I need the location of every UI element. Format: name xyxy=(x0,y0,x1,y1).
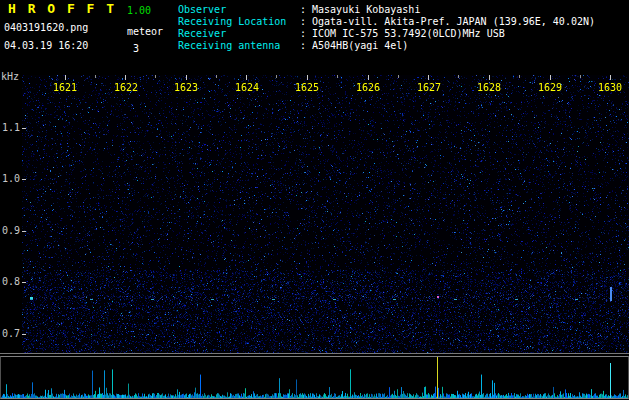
freq-tick-label: 1.0 xyxy=(2,173,20,185)
time-tick-label: 1630 xyxy=(598,82,622,94)
app-version: 1.00 xyxy=(127,5,151,17)
info-row-antenna: Receiving antenna:A504HB(yagi 4el) xyxy=(178,40,408,52)
spectrogram-canvas xyxy=(22,75,629,353)
info-separator: : xyxy=(300,40,306,52)
time-tick-label: 1629 xyxy=(538,82,562,94)
info-row-observer: Observer:Masayuki Kobayashi xyxy=(178,4,420,16)
meteor-count: 3 xyxy=(133,43,139,55)
info-row-receiver: Receiver:ICOM IC-575 53.7492(0LCD)MHz US… xyxy=(178,28,505,40)
freq-tick-label: 0.9 xyxy=(2,225,20,237)
info-value: Masayuki Kobayashi xyxy=(312,4,420,16)
output-filename: 0403191620.png xyxy=(4,22,88,34)
info-value: ICOM IC-575 53.7492(0LCD)MHz USB xyxy=(312,28,505,40)
info-label: Receiving Location xyxy=(178,16,300,28)
info-row-location: Receiving Location:Ogata-vill. Akita-Pre… xyxy=(178,16,595,28)
info-separator: : xyxy=(300,16,306,28)
time-tick-label: 1621 xyxy=(53,82,77,94)
freq-tick-label: 0.8 xyxy=(2,276,20,288)
time-tick-label: 1626 xyxy=(356,82,380,94)
datetime-label: 04.03.19 16:20 xyxy=(4,40,88,52)
info-separator: : xyxy=(300,28,306,40)
info-value: A504HB(yagi 4el) xyxy=(312,40,408,52)
time-tick-label: 1622 xyxy=(114,82,138,94)
time-tick-label: 1628 xyxy=(477,82,501,94)
hrofft-window: H R O F F T 1.00 0403191620.png meteor 0… xyxy=(0,0,629,400)
info-label: Observer xyxy=(178,4,300,16)
freq-axis-unit: kHz xyxy=(1,71,19,83)
info-label: Receiving antenna xyxy=(178,40,300,52)
time-tick-label: 1623 xyxy=(174,82,198,94)
info-value: Ogata-vill. Akita-Pref. JAPAN (139.96E, … xyxy=(312,16,595,28)
app-title: H R O F F T xyxy=(8,3,116,15)
spectrogram-bottom-axis xyxy=(0,353,629,354)
info-separator: : xyxy=(300,4,306,16)
time-tick-label: 1627 xyxy=(417,82,441,94)
mode-label: meteor xyxy=(127,26,163,38)
signal-strip-canvas xyxy=(1,357,628,398)
freq-tick-label: 1.1 xyxy=(2,122,20,134)
freq-tick-label: 0.7 xyxy=(2,328,20,340)
info-label: Receiver xyxy=(178,28,300,40)
time-tick-label: 1624 xyxy=(235,82,259,94)
signal-level-strip xyxy=(0,356,629,399)
time-tick-label: 1625 xyxy=(295,82,319,94)
